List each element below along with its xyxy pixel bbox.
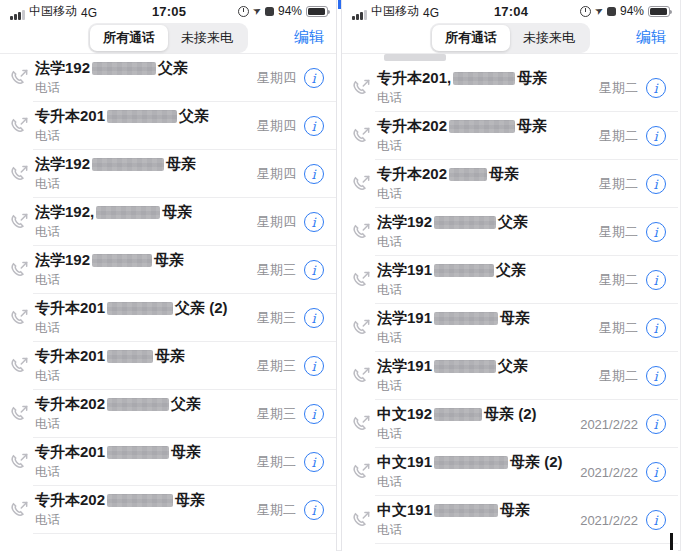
info-icon[interactable]: i xyxy=(304,404,324,424)
call-type-label: 电话 xyxy=(35,416,257,433)
call-info: 中文191母亲 (2) 电话 xyxy=(377,453,580,491)
info-icon[interactable]: i xyxy=(304,260,324,280)
call-log-item[interactable]: 法学192母亲 电话 星期四 i xyxy=(0,150,336,198)
contact-name-prefix: 中文191 xyxy=(377,501,432,520)
contact-name-suffix: 母亲 xyxy=(166,155,196,174)
call-log-item[interactable]: 法学191母亲 电话 星期二 i xyxy=(342,304,678,352)
contact-name: 法学191母亲 xyxy=(377,309,599,328)
outgoing-call-icon xyxy=(352,126,372,146)
outgoing-call-icon xyxy=(352,510,372,530)
status-time: 17:05 xyxy=(128,4,210,19)
outgoing-call-icon xyxy=(10,116,30,136)
info-icon[interactable]: i xyxy=(646,510,666,530)
edit-button[interactable]: 编辑 xyxy=(294,28,324,47)
phone-screenshot-left: 中国移动 4G 17:05 ➤ 94% 所有通话 未接来电 编辑 xyxy=(0,0,337,551)
orientation-lock-icon xyxy=(265,7,274,16)
info-icon[interactable]: i xyxy=(646,366,666,386)
call-filter-segmented-control: 所有通话 未接来电 xyxy=(88,23,248,53)
tab-all-calls[interactable]: 所有通话 xyxy=(432,25,510,51)
call-meta: 星期二 i xyxy=(599,366,666,386)
outgoing-call-icon xyxy=(10,452,30,472)
contact-name-prefix: 法学192 xyxy=(377,213,432,232)
call-type-label: 电话 xyxy=(377,474,580,491)
location-arrow-icon: ➤ xyxy=(593,5,605,18)
call-log-item[interactable]: 专升本201母亲 电话 星期三 i xyxy=(0,342,336,390)
contact-name-suffix: 父亲 xyxy=(498,213,528,232)
orientation-lock-icon xyxy=(607,7,616,16)
contact-name-prefix: 法学192 xyxy=(35,155,90,174)
contact-name-suffix: 父亲 xyxy=(158,59,188,78)
call-type-label: 电话 xyxy=(377,186,599,203)
info-icon[interactable]: i xyxy=(646,126,666,146)
battery-icon xyxy=(648,6,670,17)
call-meta: 星期四 i xyxy=(257,212,324,232)
call-info: 专升本202父亲 电话 xyxy=(35,395,257,433)
blue-edge-artifact xyxy=(338,0,341,9)
call-log-item[interactable]: 专升本201父亲 电话 星期四 i xyxy=(0,102,336,150)
call-meta: 星期四 i xyxy=(257,68,324,88)
top-bar: 所有通话 未接来电 编辑 xyxy=(342,22,678,53)
info-icon[interactable]: i xyxy=(646,222,666,242)
call-log-item[interactable]: 中文192母亲 (2) 电话 2021/2/22 i xyxy=(342,400,678,448)
call-info: 法学192父亲 电话 xyxy=(35,59,257,97)
info-icon[interactable]: i xyxy=(646,78,666,98)
info-icon[interactable]: i xyxy=(304,500,324,520)
call-meta: 星期二 i xyxy=(599,270,666,290)
info-icon[interactable]: i xyxy=(304,356,324,376)
info-icon[interactable]: i xyxy=(304,68,324,88)
call-date-label: 星期二 xyxy=(257,453,296,471)
contact-name-prefix: 专升本202 xyxy=(35,395,105,414)
call-log-item[interactable]: 中文191母亲 电话 2021/2/22 i xyxy=(342,496,678,544)
outgoing-call-icon xyxy=(352,78,372,98)
info-icon[interactable]: i xyxy=(646,318,666,338)
call-log-item[interactable]: 法学192父亲 电话 星期二 i xyxy=(342,208,678,256)
info-icon[interactable]: i xyxy=(304,212,324,232)
call-log-item[interactable]: 专升本201母亲 电话 星期二 i xyxy=(0,438,336,486)
tab-all-calls[interactable]: 所有通话 xyxy=(90,25,168,51)
call-type-label: 电话 xyxy=(377,426,580,443)
info-icon[interactable]: i xyxy=(304,116,324,136)
contact-name: 专升本202父亲 xyxy=(35,395,257,414)
tab-missed-calls[interactable]: 未接来电 xyxy=(510,25,588,51)
call-log-item[interactable]: 法学191父亲 电话 星期二 i xyxy=(342,256,678,304)
call-log-item[interactable]: 专升本202母亲 电话 星期二 i xyxy=(342,112,678,160)
info-icon[interactable]: i xyxy=(646,462,666,482)
info-icon[interactable]: i xyxy=(304,452,324,472)
cut-off-previous-row xyxy=(342,54,678,64)
call-type-label: 电话 xyxy=(35,176,257,193)
info-icon[interactable]: i xyxy=(304,308,324,328)
contact-name: 中文191母亲 (2) xyxy=(377,453,580,472)
tab-missed-calls[interactable]: 未接来电 xyxy=(168,25,246,51)
call-log-item[interactable]: 法学191父亲 电话 星期二 i xyxy=(342,352,678,400)
call-log-item[interactable]: 法学192,母亲 电话 星期四 i xyxy=(0,198,336,246)
status-right: ➤ 94% xyxy=(210,4,328,18)
redacted-name-block xyxy=(434,312,498,325)
call-type-label: 电话 xyxy=(35,320,257,337)
contact-name-suffix: 母亲 xyxy=(517,117,547,136)
contact-name-suffix: 母亲 xyxy=(175,491,205,510)
contact-name-suffix: 母亲 xyxy=(500,309,530,328)
edit-button[interactable]: 编辑 xyxy=(636,28,666,47)
contact-name-suffix: 母亲 (2) xyxy=(484,405,537,424)
info-icon[interactable]: i xyxy=(646,174,666,194)
call-log-item[interactable]: 法学192母亲 电话 星期三 i xyxy=(0,246,336,294)
call-log-item[interactable]: 法学192父亲 电话 星期四 i xyxy=(0,54,336,102)
call-log-item[interactable]: 专升本202父亲 电话 星期三 i xyxy=(0,390,336,438)
contact-name-prefix: 中文192 xyxy=(377,405,432,424)
call-log-item[interactable]: 专升本202母亲 电话 星期二 i xyxy=(0,486,336,534)
call-log-item[interactable]: 专升本202母亲 电话 星期二 i xyxy=(342,160,678,208)
call-meta: 2021/2/22 i xyxy=(580,510,666,530)
info-icon[interactable]: i xyxy=(646,414,666,434)
redacted-name-block xyxy=(107,446,169,459)
outgoing-call-icon xyxy=(10,260,30,280)
info-icon[interactable]: i xyxy=(646,270,666,290)
call-type-label: 电话 xyxy=(35,464,257,481)
call-log-item[interactable]: 专升本201父亲 (2) 电话 星期三 i xyxy=(0,294,336,342)
info-icon[interactable]: i xyxy=(304,164,324,184)
battery-icon xyxy=(306,6,328,17)
call-list: 专升本201,母亲 电话 星期二 i 专升本202母亲 电话 星期二 i xyxy=(342,53,678,544)
call-log-item[interactable]: 专升本201,母亲 电话 星期二 i xyxy=(342,64,678,112)
call-date-label: 星期四 xyxy=(257,213,296,231)
call-type-label: 电话 xyxy=(35,80,257,97)
call-log-item[interactable]: 中文191母亲 (2) 电话 2021/2/22 i xyxy=(342,448,678,496)
